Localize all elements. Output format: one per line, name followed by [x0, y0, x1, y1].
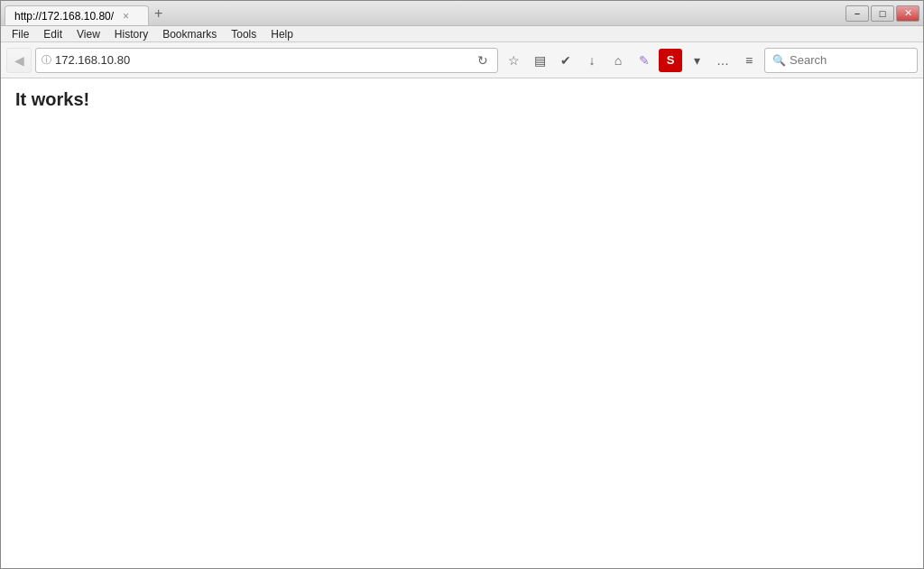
menu-view[interactable]: View [69, 28, 107, 41]
titlebar: http://172.168.10.80/ × + − □ ✕ [1, 1, 923, 26]
menu-bookmarks[interactable]: Bookmarks [155, 28, 224, 41]
minimize-button[interactable]: − [845, 5, 869, 22]
page-heading: It works! [15, 89, 909, 110]
navbar: ◀ ⓘ ↻ ☆ ▤ ✔ ↓ ⌂ ✎ S ▾ … ≡ 🔍 [1, 42, 923, 78]
search-bar[interactable]: 🔍 [764, 48, 918, 73]
url-bar[interactable]: ⓘ ↻ [35, 48, 498, 73]
maximize-button[interactable]: □ [871, 5, 894, 22]
url-input[interactable] [55, 53, 470, 67]
home-icon[interactable]: ⌂ [606, 49, 630, 72]
window-controls: − □ ✕ [845, 5, 919, 22]
pocket-icon[interactable]: ✔ [554, 49, 578, 72]
dropdown-arrow-icon[interactable]: ▾ [685, 49, 708, 72]
download-icon[interactable]: ↓ [580, 49, 604, 72]
bookmark-icon[interactable]: ☆ [502, 49, 525, 72]
menu-help[interactable]: Help [263, 28, 300, 41]
new-tab-button[interactable]: + [149, 5, 168, 22]
close-button[interactable]: ✕ [896, 5, 919, 22]
tab-bar: http://172.168.10.80/ × + [5, 1, 845, 25]
search-input[interactable] [790, 53, 889, 67]
url-security-icon: ⓘ [42, 53, 51, 67]
menu-icon[interactable]: ≡ [737, 49, 761, 72]
menu-file[interactable]: File [5, 28, 36, 41]
search-icon: 🔍 [772, 54, 786, 67]
toolbar-icons: ☆ ▤ ✔ ↓ ⌂ ✎ S ▾ … ≡ [502, 49, 761, 72]
pencil-icon[interactable]: ✎ [633, 49, 656, 72]
tab-close-button[interactable]: × [123, 10, 129, 23]
reader-view-icon[interactable]: ▤ [528, 49, 551, 72]
info-icon[interactable]: … [711, 49, 735, 72]
page-content: It works! [1, 78, 923, 568]
scribd-icon[interactable]: S [659, 49, 682, 72]
menu-history[interactable]: History [107, 28, 155, 41]
menu-edit[interactable]: Edit [36, 28, 69, 41]
reload-button[interactable]: ↻ [474, 51, 492, 69]
menubar: File Edit View History Bookmarks Tools H… [1, 26, 923, 42]
browser-window: http://172.168.10.80/ × + − □ ✕ File Edi… [0, 0, 924, 569]
active-tab[interactable]: http://172.168.10.80/ × [5, 5, 149, 25]
menu-tools[interactable]: Tools [224, 28, 263, 41]
back-button[interactable]: ◀ [6, 48, 32, 73]
tab-label: http://172.168.10.80/ [14, 10, 114, 23]
